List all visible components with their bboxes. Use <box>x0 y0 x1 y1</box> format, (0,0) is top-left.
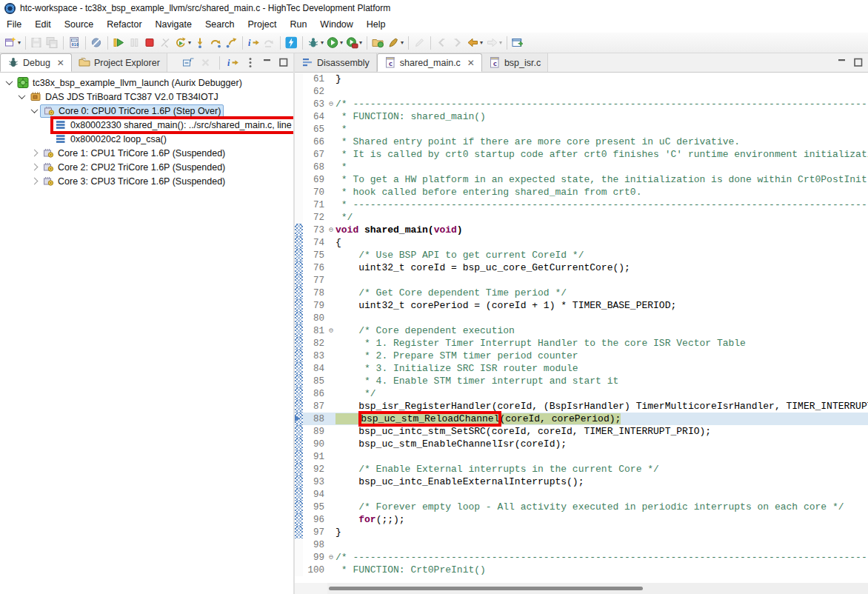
tree-item[interactable]: Core 1: CPU1 TriCore 1.6P (Suspended) <box>40 147 227 160</box>
tree-row[interactable]: Core 3: CPU3 TriCore 1.6P (Suspended) <box>0 174 293 188</box>
code-line[interactable]: 66 * Shared entry point if there are mor… <box>295 136 868 148</box>
code-line[interactable]: 70 * hook called before entering shared_… <box>295 186 868 198</box>
coverage-dropdown-arrow-icon[interactable]: ▾ <box>359 39 362 46</box>
code-line[interactable]: 96 for(;;); <box>295 513 868 526</box>
run-button[interactable]: ▾ <box>325 35 344 50</box>
forward-dropdown-arrow-icon[interactable]: ▾ <box>499 39 502 46</box>
menu-search[interactable]: Search <box>198 18 241 31</box>
step-return-button[interactable] <box>224 35 239 50</box>
editor-tab-bsp-isr-c[interactable]: cbsp_isr.c <box>482 53 548 72</box>
horizontal-scrollbar-thumb[interactable] <box>329 587 643 590</box>
tree-row[interactable]: Core 0: CPU0 TriCore 1.6P (Step Over) <box>0 104 293 118</box>
code-line[interactable]: 86 */ <box>295 387 868 400</box>
code-line[interactable]: 64 * FUNCTION: shared_main() <box>295 110 868 123</box>
maximize-button[interactable] <box>851 55 865 70</box>
view-tab-debug[interactable]: Debug✕ <box>0 53 72 72</box>
tree-row[interactable]: 0x80002330 shared_main(): ../src/shared_… <box>0 118 293 132</box>
flash-button[interactable] <box>284 35 299 50</box>
reset-button[interactable]: ▾ <box>173 35 193 50</box>
code-line[interactable]: 76 uint32_t coreId = bsp_uc_core_GetCurr… <box>295 261 868 274</box>
view-menu-button[interactable] <box>243 55 258 70</box>
reset-dropdown-arrow-icon[interactable]: ▾ <box>188 39 191 46</box>
code-line[interactable]: 90 bsp_uc_stm_EnableChannelIsr(coreId); <box>295 438 868 450</box>
tree-row[interactable]: DAS JDS TriBoard TC387 V2.0 TB34IOTJ <box>0 90 293 104</box>
editor-tab-disassembly[interactable]: Disassembly <box>295 53 377 72</box>
menu-edit[interactable]: Edit <box>28 18 58 31</box>
tree-item[interactable]: tc38x_bsp_example_llvm_launch (Aurix Deb… <box>15 76 244 90</box>
step-over-button[interactable] <box>208 35 224 50</box>
terminate-button[interactable] <box>142 35 158 50</box>
code-line[interactable]: 67 * It is called by crt0 startup code a… <box>295 148 868 161</box>
chevron-down-icon[interactable] <box>16 94 27 99</box>
code-line[interactable]: 80 <box>295 312 868 324</box>
new-wizard-dropdown-arrow-icon[interactable]: ▾ <box>18 39 21 46</box>
code-line[interactable]: 79 uint32_t corePeriod = (coreId + 1) * … <box>295 299 868 312</box>
binary-file-button[interactable]: 010 <box>67 35 82 50</box>
editor-tab-shared-main-c[interactable]: cshared_main.c✕ <box>377 53 482 72</box>
fold-collapse-icon[interactable]: ⊖ <box>327 98 335 110</box>
close-tab-icon[interactable]: ✕ <box>57 58 64 68</box>
chevron-right-icon[interactable] <box>28 150 40 156</box>
code-line[interactable]: 74{ <box>295 236 868 249</box>
code-line[interactable]: 93 bsp_uc_intc_EnableExternalInterrupts(… <box>295 475 868 488</box>
chevron-right-icon[interactable] <box>28 164 40 170</box>
code-line[interactable]: 98 <box>295 538 868 551</box>
code-line[interactable]: 84 * 3. Initialize SRC ISR router module <box>295 362 868 375</box>
resume-button[interactable] <box>111 35 127 50</box>
new-wizard-button[interactable]: ▾ <box>3 35 22 50</box>
fold-collapse-icon[interactable]: ⊖ <box>327 224 335 236</box>
code-line[interactable]: 95 /* Forever empty loop - All activity … <box>295 501 868 513</box>
menu-run[interactable]: Run <box>283 18 313 31</box>
tree-row[interactable]: Core 2: CPU2 TriCore 1.6P (Suspended) <box>0 160 293 174</box>
code-line[interactable]: 61} <box>295 73 868 85</box>
maximize-button[interactable] <box>276 55 290 70</box>
code-line[interactable]: 85 * 4. Enable STM timer interrupt and s… <box>295 375 868 387</box>
code-line[interactable]: 62 <box>295 85 868 98</box>
skip-all-breakpoints-button[interactable] <box>89 35 104 50</box>
code-line[interactable]: 87 bsp_isr_RegisterHandler(coreId, (BspI… <box>295 400 868 413</box>
run-dropdown-arrow-icon[interactable]: ▾ <box>340 39 343 46</box>
code-line[interactable]: 69 * To get a HW platform in an expected… <box>295 173 868 186</box>
code-line[interactable]: 78 /* Get Core dependent Time period */ <box>295 287 868 299</box>
instruction-stepping-button[interactable]: i <box>225 55 241 70</box>
view-tab-project-explorer[interactable]: Project Explorer <box>72 53 167 72</box>
tree-item[interactable]: Core 2: CPU2 TriCore 1.6P (Suspended) <box>40 161 227 174</box>
pin-editor-button[interactable] <box>510 35 526 50</box>
back-button[interactable]: ▾ <box>465 35 484 50</box>
code-line[interactable]: 75 /* Use BSP API to get current CoreId … <box>295 249 868 261</box>
code-line[interactable]: 100 * FUNCTION: Crt0PreInit() <box>295 564 868 576</box>
code-line[interactable]: 65 * <box>295 123 868 136</box>
external-tools-button[interactable]: ▾ <box>386 35 405 50</box>
code-line[interactable]: 71 * -----------------------------------… <box>295 198 868 211</box>
debug-dropdown-arrow-icon[interactable]: ▾ <box>321 39 324 46</box>
menu-project[interactable]: Project <box>241 18 284 31</box>
code-line[interactable]: 72 */ <box>295 211 868 224</box>
menu-navigate[interactable]: Navigate <box>149 18 198 31</box>
code-line[interactable]: 63⊖/* ----------------------------------… <box>295 98 868 110</box>
minimize-button[interactable] <box>260 55 274 70</box>
external-tools-dropdown-arrow-icon[interactable]: ▾ <box>401 39 404 46</box>
menu-source[interactable]: Source <box>58 18 101 31</box>
code-line[interactable]: 81⊖ /* Core dependent execution <box>295 324 868 337</box>
code-line[interactable]: 83 * 2. Prepare STM timer period counter <box>295 350 868 362</box>
chevron-down-icon[interactable] <box>28 108 40 113</box>
code-line[interactable]: 92 /* Enable External interrupts in the … <box>295 463 868 475</box>
fold-collapse-icon[interactable]: ⊖ <box>327 551 335 564</box>
close-tab-icon[interactable]: ✕ <box>467 58 475 68</box>
code-line[interactable]: 82 * 1. Register Timer Interrupt Handler… <box>295 337 868 350</box>
code-line[interactable]: 94 <box>295 488 868 501</box>
code-line[interactable]: 91 <box>295 450 868 463</box>
code-line[interactable]: 77 <box>295 274 868 287</box>
code-line[interactable]: 73⊖void shared_main(void) <box>295 224 868 236</box>
code-line[interactable]: 99⊖/* ----------------------------------… <box>295 551 868 564</box>
tree-item[interactable]: 0x800020c2 loop_csa() <box>53 133 169 146</box>
menu-window[interactable]: Window <box>313 18 359 31</box>
step-into-button[interactable] <box>193 35 208 50</box>
tree-row[interactable]: 0x800020c2 loop_csa() <box>0 132 293 146</box>
code-line[interactable]: 89 bsp_uc_intc_stm_SetSRC(coreId, coreId… <box>295 425 868 438</box>
remove-all-terminated-button[interactable] <box>198 55 214 70</box>
tree-row[interactable]: Core 1: CPU1 TriCore 1.6P (Suspended) <box>0 146 293 160</box>
chevron-right-icon[interactable] <box>28 178 40 184</box>
debug-button[interactable]: ▾ <box>306 35 325 50</box>
open-resource-button[interactable] <box>370 35 386 50</box>
